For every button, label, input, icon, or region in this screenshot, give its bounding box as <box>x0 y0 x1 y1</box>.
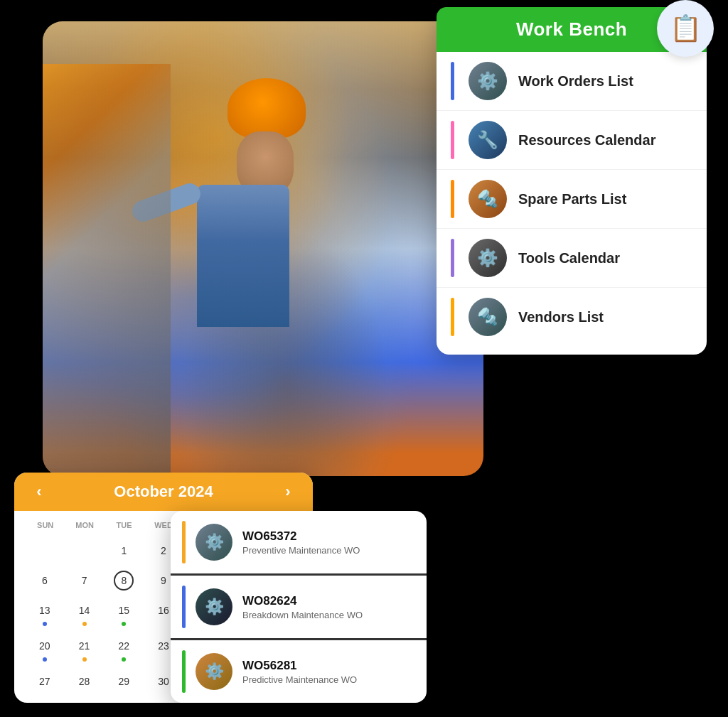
day-name-MON: MON <box>65 518 104 532</box>
calendar-next-button[interactable]: › <box>277 483 299 501</box>
wo-info-2: WO56281 Predictive Maintenance WO <box>242 659 415 685</box>
workbench-title: Work Bench <box>516 18 627 40</box>
wo-number-0: WO65372 <box>242 529 415 544</box>
cal-day-20[interactable]: 20 <box>26 632 64 666</box>
menu-label-vendors: Vendors List <box>518 309 604 325</box>
menu-icon-vendors: 🔩 <box>469 298 507 336</box>
workbench-icon: 📋 <box>657 0 714 57</box>
cal-day-29[interactable]: 29 <box>105 667 143 696</box>
menu-item-resources[interactable]: 🔧 Resources Calendar <box>437 111 707 170</box>
wo-accent-1 <box>182 586 186 628</box>
day-name-TUE: TUE <box>105 518 144 532</box>
cal-empty <box>65 537 104 565</box>
work-orders-popup: ⚙️ WO65372 Preventive Maintenance WO ⚙️ … <box>171 511 427 703</box>
menu-item-vendors[interactable]: 🔩 Vendors List <box>437 288 707 346</box>
menu-icon-resources: 🔧 <box>469 121 507 159</box>
day-name-SUN: SUN <box>26 518 65 532</box>
menu-icon-work-orders: ⚙️ <box>469 62 507 100</box>
wo-number-1: WO82624 <box>242 594 415 608</box>
wo-icon-1: ⚙️ <box>196 588 232 625</box>
wo-accent-2 <box>182 650 186 693</box>
menu-accent-spare-parts <box>451 180 454 218</box>
wo-item-WO65372[interactable]: ⚙️ WO65372 Preventive Maintenance WO <box>171 511 427 576</box>
workbench-menu: ⚙️ Work Orders List 🔧 Resources Calendar… <box>437 52 707 346</box>
wo-desc-2: Predictive Maintenance WO <box>242 674 415 685</box>
cal-dot-20 <box>43 657 47 662</box>
menu-accent-work-orders <box>451 62 454 100</box>
cal-dot-22 <box>122 657 126 662</box>
cal-dot-13 <box>43 622 47 626</box>
cal-day-21[interactable]: 21 <box>65 632 104 666</box>
wo-number-2: WO56281 <box>242 659 415 673</box>
cal-day-28[interactable]: 28 <box>65 667 104 696</box>
wo-info-1: WO82624 Breakdown Maintenance WO <box>242 594 415 620</box>
cal-day-1[interactable]: 1 <box>105 537 143 565</box>
cal-day-22[interactable]: 22 <box>105 632 143 666</box>
wo-icon-2: ⚙️ <box>196 653 232 690</box>
wo-accent-0 <box>182 521 186 564</box>
menu-label-work-orders: Work Orders List <box>518 73 633 90</box>
cal-day-14[interactable]: 14 <box>65 596 104 630</box>
menu-accent-resources <box>451 121 454 159</box>
cal-day-15[interactable]: 15 <box>105 596 143 630</box>
menu-icon-tools: ⚙️ <box>469 239 507 277</box>
menu-label-spare-parts: Spare Parts List <box>518 191 626 207</box>
menu-label-resources: Resources Calendar <box>518 132 655 149</box>
menu-label-tools: Tools Calendar <box>518 250 620 266</box>
menu-item-work-orders[interactable]: ⚙️ Work Orders List <box>437 52 707 111</box>
cal-day-8[interactable]: 8 <box>105 566 143 595</box>
calendar-header: ‹ October 2024 › <box>14 473 313 511</box>
cal-day-13[interactable]: 13 <box>26 596 64 630</box>
wo-item-WO82624[interactable]: ⚙️ WO82624 Breakdown Maintenance WO <box>171 576 427 640</box>
wo-info-0: WO65372 Preventive Maintenance WO <box>242 529 415 556</box>
wo-desc-0: Preventive Maintenance WO <box>242 545 415 556</box>
menu-item-tools[interactable]: ⚙️ Tools Calendar <box>437 229 707 288</box>
wo-icon-0: ⚙️ <box>196 524 232 561</box>
calendar-prev-button[interactable]: ‹ <box>28 483 50 501</box>
cal-empty <box>26 537 64 565</box>
cal-dot-14 <box>82 622 87 626</box>
calendar-month-label: October 2024 <box>114 483 213 501</box>
menu-icon-spare-parts: 🔩 <box>469 180 507 218</box>
menu-accent-vendors <box>451 298 454 336</box>
cal-dot-21 <box>82 657 87 662</box>
cal-day-27[interactable]: 27 <box>26 667 64 696</box>
main-factory-image <box>43 21 483 476</box>
cal-dot-15 <box>122 622 126 626</box>
wo-item-WO56281[interactable]: ⚙️ WO56281 Predictive Maintenance WO <box>171 640 427 703</box>
cal-day-6[interactable]: 6 <box>26 566 64 595</box>
wo-desc-1: Breakdown Maintenance WO <box>242 610 415 620</box>
cal-day-7[interactable]: 7 <box>65 566 104 595</box>
workbench-card: Work Bench 📋 ⚙️ Work Orders List 🔧 Resou… <box>437 7 707 355</box>
menu-accent-tools <box>451 239 454 277</box>
menu-item-spare-parts[interactable]: 🔩 Spare Parts List <box>437 170 707 229</box>
